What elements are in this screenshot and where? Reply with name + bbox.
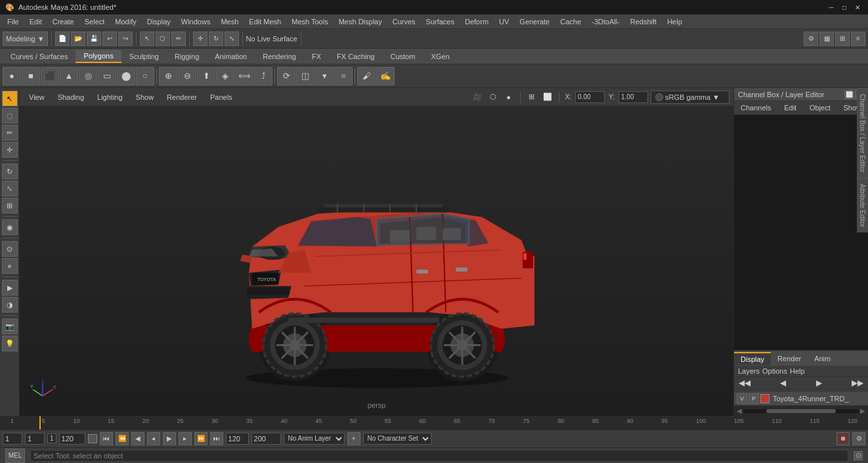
window-controls[interactable]: ─ □ ✕ bbox=[826, 2, 863, 12]
viewport-layout-btn[interactable]: ⊞ bbox=[835, 32, 850, 46]
scroll-right-btn[interactable]: ▶ bbox=[860, 407, 865, 414]
renderer-menu[interactable]: Renderer bbox=[162, 92, 202, 102]
next-frame-btn[interactable]: ▸ bbox=[179, 432, 192, 445]
range-end-input[interactable] bbox=[59, 433, 85, 445]
snap-btn[interactable]: ⋄ bbox=[2, 258, 18, 274]
command-line[interactable]: Select Tool: select an object bbox=[30, 450, 848, 462]
rotate-btn[interactable]: ↻ bbox=[2, 164, 18, 179]
render-settings-btn[interactable]: ⚙ bbox=[804, 32, 818, 46]
mel-python-toggle[interactable]: MEL bbox=[5, 449, 25, 463]
shelf-smooth[interactable]: ≈ bbox=[334, 67, 353, 85]
step-forward-btn[interactable]: ⏩ bbox=[194, 432, 207, 445]
shelf-fill-hole[interactable]: ◫ bbox=[296, 67, 315, 85]
extra-btn[interactable]: ≡ bbox=[851, 32, 865, 46]
tab-rigging[interactable]: Rigging bbox=[167, 51, 207, 62]
minimize-button[interactable]: ─ bbox=[826, 2, 836, 12]
shelf-merge[interactable]: ⤴ bbox=[254, 67, 272, 85]
menu-cache[interactable]: Cache bbox=[555, 16, 586, 27]
view-menu[interactable]: View bbox=[24, 92, 50, 102]
shelf-reduce[interactable]: ▾ bbox=[315, 67, 334, 85]
tab-animation[interactable]: Animation bbox=[207, 51, 255, 62]
gamma-display[interactable]: sRGB gamma ▼ bbox=[651, 91, 729, 104]
menu-display[interactable]: Display bbox=[142, 16, 175, 27]
render-btn[interactable]: ▶ bbox=[2, 280, 18, 296]
shelf-plane[interactable]: ▭ bbox=[98, 67, 116, 85]
menu-modify[interactable]: Modify bbox=[110, 16, 141, 27]
ipr-btn[interactable]: ◑ bbox=[2, 297, 18, 313]
menu-redshift[interactable]: Redshift bbox=[626, 16, 661, 27]
open-scene-btn[interactable]: 📂 bbox=[71, 32, 85, 46]
layer-playback-btn[interactable]: P bbox=[749, 393, 759, 404]
anim-layer-select[interactable]: No Anim Layer bbox=[284, 433, 345, 445]
select-tool-btn[interactable]: ↖ bbox=[140, 32, 154, 46]
show-menu[interactable]: Show bbox=[131, 92, 160, 102]
menu-uv[interactable]: UV bbox=[494, 16, 513, 27]
attribute-editor-side-tab[interactable]: Attribute Editor bbox=[857, 178, 868, 232]
layer-scrollbar[interactable] bbox=[743, 409, 859, 413]
move-btn[interactable]: ✛ bbox=[2, 142, 18, 158]
layer-nav-left-btn[interactable]: ◀◀ bbox=[737, 378, 752, 387]
menu-mesh-display[interactable]: Mesh Display bbox=[334, 16, 387, 27]
anim-tab[interactable]: Anim bbox=[808, 353, 837, 364]
layer-nav-next-btn[interactable]: ▶ bbox=[814, 378, 824, 387]
render-tab[interactable]: Render bbox=[771, 353, 808, 364]
shelf-cylinder[interactable]: ⬛ bbox=[41, 67, 59, 85]
maximize-button[interactable]: □ bbox=[839, 2, 850, 12]
panels-menu[interactable]: Panels bbox=[205, 92, 238, 102]
current-frame-input[interactable] bbox=[3, 433, 22, 445]
coord-y-input[interactable] bbox=[618, 91, 648, 103]
layer-item[interactable]: V P Toyota_4Runner_TRD_ bbox=[734, 392, 868, 405]
shelf-bevel[interactable]: ◈ bbox=[216, 67, 234, 85]
menu-windows[interactable]: Windows bbox=[177, 16, 215, 27]
menu-deform[interactable]: Deform bbox=[460, 16, 493, 27]
shelf-bridge[interactable]: ⟺ bbox=[235, 67, 253, 85]
tab-sculpting[interactable]: Sculpting bbox=[121, 51, 167, 62]
module-selector[interactable]: Modeling ▼ bbox=[3, 32, 48, 46]
lasso-btn[interactable]: ◌ bbox=[2, 108, 18, 123]
playback-speed-input[interactable] bbox=[251, 433, 281, 445]
transform-btn[interactable]: ⊞ bbox=[2, 198, 18, 213]
shelf-sculpt[interactable]: ✍ bbox=[376, 67, 395, 85]
status-indicator[interactable]: ⊙ bbox=[854, 451, 863, 460]
coord-x-input[interactable] bbox=[575, 91, 605, 103]
shelf-sphere[interactable]: ● bbox=[3, 67, 21, 85]
options-label[interactable]: Options bbox=[762, 367, 787, 375]
menu-3dtall[interactable]: -3DtoAll- bbox=[587, 16, 624, 27]
wireframe-btn[interactable]: ⬡ bbox=[487, 91, 500, 104]
prev-frame-btn[interactable]: ◀ bbox=[131, 432, 144, 445]
show-manip-btn[interactable]: ⊙ bbox=[2, 241, 18, 257]
scroll-left-btn[interactable]: ◀ bbox=[737, 407, 742, 414]
menu-help[interactable]: Help bbox=[662, 16, 687, 27]
save-scene-btn[interactable]: 💾 bbox=[87, 32, 101, 46]
redo-btn[interactable]: ↪ bbox=[118, 32, 133, 46]
go-end-btn[interactable]: ⏭ bbox=[210, 432, 223, 445]
menu-mesh-tools[interactable]: Mesh Tools bbox=[287, 16, 332, 27]
channels-tab[interactable]: Channels bbox=[737, 102, 775, 113]
light-btn[interactable]: 💡 bbox=[2, 336, 18, 351]
display-settings-btn[interactable]: ▦ bbox=[819, 32, 834, 46]
paint-select-btn[interactable]: ✏ bbox=[2, 125, 18, 141]
shelf-disc[interactable]: ⬤ bbox=[117, 67, 135, 85]
grid-btn[interactable]: ⊞ bbox=[525, 91, 538, 104]
shelf-loop-select[interactable]: ⟳ bbox=[277, 67, 295, 85]
tab-custom[interactable]: Custom bbox=[383, 51, 423, 62]
layer-nav-prev-btn[interactable]: ◀ bbox=[778, 378, 788, 387]
menu-select[interactable]: Select bbox=[80, 16, 110, 27]
layer-nav-right-btn[interactable]: ▶▶ bbox=[850, 378, 865, 387]
shelf-extrude[interactable]: ⬆ bbox=[197, 67, 215, 85]
tab-polygons[interactable]: Polygons bbox=[76, 50, 121, 63]
soft-sel-btn[interactable]: ◉ bbox=[2, 219, 18, 235]
menu-file[interactable]: File bbox=[3, 16, 24, 27]
edit-tab[interactable]: Edit bbox=[780, 102, 800, 113]
smooth-shade-btn[interactable]: ● bbox=[502, 91, 515, 104]
scale-btn[interactable]: ⤡ bbox=[2, 181, 18, 196]
new-scene-btn[interactable]: 📄 bbox=[55, 32, 70, 46]
go-start-btn[interactable]: ⏮ bbox=[100, 432, 113, 445]
tab-curves-surfaces[interactable]: Curves / Surfaces bbox=[3, 51, 76, 62]
object-tab[interactable]: Object bbox=[806, 102, 835, 113]
timeline-ruler[interactable]: 1 5 10 15 20 25 30 35 40 45 50 55 60 65 … bbox=[0, 416, 868, 430]
shelf-cone[interactable]: ▲ bbox=[60, 67, 78, 85]
layer-color-swatch[interactable] bbox=[760, 394, 770, 403]
help-label[interactable]: Help bbox=[790, 367, 805, 375]
close-button[interactable]: ✕ bbox=[852, 2, 863, 12]
